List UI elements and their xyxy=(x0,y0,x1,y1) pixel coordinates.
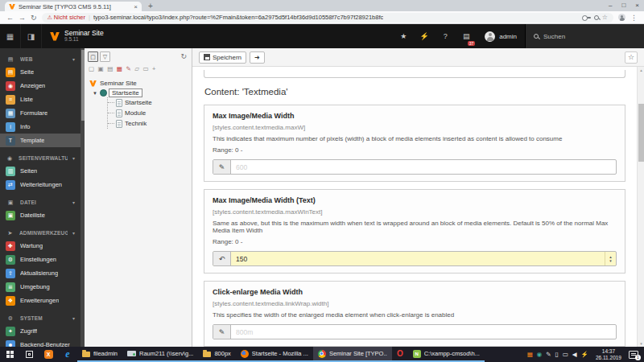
taskbar-window-button[interactable] xyxy=(392,347,408,362)
taskbar-window-button[interactable]: fileadmin xyxy=(77,347,122,362)
taskbar-window-button[interactable]: Raum211 (\\serv\g... xyxy=(122,347,198,362)
taskbar-window-button[interactable]: C:\xampp-cmsod\h... xyxy=(408,347,485,362)
constant-value-input[interactable] xyxy=(231,160,616,174)
module-menu-entry[interactable]: ▦ ▦ Formulare xyxy=(0,106,80,120)
section-collapse-icon[interactable]: ▾ xyxy=(72,155,75,161)
module-menu-entry[interactable]: ☻ ☻ Backend-Benutzer xyxy=(0,338,80,347)
task-view-button[interactable] xyxy=(19,347,39,362)
modulemenu-toggle-icon[interactable]: ▦ xyxy=(0,24,21,48)
module-menu-entry[interactable]: ✚ ✚ Wartung xyxy=(0,239,80,253)
module-menu-entry[interactable]: ⇧ ⇧ Aktualisierung xyxy=(0,266,80,280)
password-key-icon[interactable] xyxy=(585,17,591,19)
module-menu-entry[interactable]: ◉ ◉ Anzeigen xyxy=(0,79,80,93)
tree-child-node[interactable]: Technik xyxy=(108,118,188,129)
tree-child-node[interactable]: Startseite xyxy=(108,97,188,108)
number-spinner[interactable]: ▴▾ xyxy=(605,252,616,265)
xampp-pinned-button[interactable]: X xyxy=(39,347,58,362)
pagetree-toolbar-toggle[interactable]: ▢ xyxy=(88,51,98,62)
taskbar-window-button[interactable]: Seminar Site [TYPO... xyxy=(313,347,392,362)
new-spacer-icon[interactable]: ▦ xyxy=(117,65,122,72)
module-menu-entry[interactable]: ▥ ▥ Seiten xyxy=(0,164,80,178)
new-tab-button[interactable]: + xyxy=(148,2,153,11)
tree-parent-node[interactable]: ▼ Startseite xyxy=(93,89,188,97)
navigation-toggle-icon[interactable]: ◨ xyxy=(21,24,42,48)
scroll-down-icon[interactable]: ▾ xyxy=(638,341,644,346)
shortcut-star-button[interactable]: ☆ xyxy=(625,51,638,64)
taskbar-window-button[interactable]: 800px xyxy=(198,347,235,362)
help-icon[interactable]: ? xyxy=(435,24,456,48)
module-menu-entry[interactable]: ▤ ▤ Seite xyxy=(0,65,80,79)
bookmarks-icon[interactable]: ★ xyxy=(393,24,414,48)
content-scrollbar-thumb[interactable] xyxy=(638,104,644,162)
module-menu-entry[interactable]: ≣ ≣ Umgebung xyxy=(0,280,80,294)
modulemenu-scrollbar-thumb[interactable] xyxy=(81,50,85,121)
move-icon[interactable]: + xyxy=(152,65,155,72)
pagetree-refresh-icon[interactable]: ↻ xyxy=(180,52,188,60)
section-collapse-icon[interactable]: ▾ xyxy=(72,315,75,321)
module-menu-entry[interactable]: ▣ ▣ DATEI ▾ xyxy=(0,196,80,208)
module-menu-entry[interactable]: T T Template xyxy=(0,134,80,147)
pen-tray-icon[interactable]: ✎ xyxy=(546,352,551,358)
field-edit-toggle-button[interactable]: ✎ ↶ xyxy=(213,325,231,339)
section-collapse-icon[interactable]: ▾ xyxy=(72,200,75,205)
zoom-icon[interactable] xyxy=(594,15,599,20)
module-menu-entry[interactable]: ⚙ ⚙ SYSTEM ▾ xyxy=(0,312,80,324)
forward-button[interactable]: → xyxy=(19,14,26,22)
module-menu-entry[interactable]: i i Info xyxy=(0,120,80,134)
tree-root-node[interactable]: Seminar Site xyxy=(88,80,188,87)
close-document-button[interactable]: ➜ xyxy=(250,51,265,64)
topbar-search[interactable]: Suchen xyxy=(525,24,644,48)
tree-child-node[interactable]: Module xyxy=(108,108,188,118)
module-menu-entry[interactable]: ◉ ◉ SEITENVERWALTUNG ▾ xyxy=(0,152,80,164)
edge-pinned-button[interactable]: e xyxy=(58,347,77,362)
address-bar[interactable]: ⚠Nicht sicher | typo3-seminar.local/typo… xyxy=(42,13,613,23)
save-button[interactable]: Speichern xyxy=(199,51,246,64)
delete-icon[interactable]: ▭ xyxy=(142,65,148,72)
browser-menu-icon[interactable]: ⋮ xyxy=(630,14,638,22)
module-menu-entry[interactable]: ⇄ ⇄ Weiterleitungen xyxy=(0,178,80,191)
back-button[interactable]: ← xyxy=(6,14,14,22)
module-menu-entry[interactable]: ⚙ ⚙ Einstellungen xyxy=(0,253,80,266)
window-close-button[interactable]: × xyxy=(635,2,639,9)
typo3-brand[interactable]: Seminar Site 9.5.11 xyxy=(42,24,112,48)
tree-expand-icon[interactable]: ▼ xyxy=(93,91,97,96)
systeminfo-icon[interactable]: ▤37 xyxy=(456,24,477,48)
module-menu-entry[interactable]: ≡ ≡ Liste xyxy=(0,93,80,106)
new-shortcut-page-icon[interactable]: ▣ xyxy=(98,65,104,72)
content-scrollbar[interactable]: ▴ ▾ xyxy=(637,67,644,347)
constant-value-input[interactable] xyxy=(231,252,605,265)
reload-button[interactable]: ↻ xyxy=(31,14,37,22)
section-collapse-icon[interactable]: ▾ xyxy=(72,230,75,236)
window-minimize-button[interactable]: – xyxy=(609,2,612,9)
field-edit-toggle-button[interactable]: ✎ ↶ xyxy=(213,160,231,174)
security-indicator[interactable]: ⚠Nicht sicher xyxy=(47,14,85,21)
module-menu-entry[interactable]: ▤ ▤ WEB ▾ xyxy=(0,53,80,65)
bookmark-star-icon[interactable]: ☆ xyxy=(602,14,608,21)
edit-icon[interactable]: ✎ xyxy=(126,65,130,72)
xampp-tray-icon[interactable]: ▦ xyxy=(527,352,533,358)
new-folder-icon[interactable]: ▱ xyxy=(134,65,139,72)
module-menu-entry[interactable]: ❖ ❖ Erweiterungen xyxy=(0,294,80,307)
user-menu[interactable]: admin xyxy=(477,24,525,48)
new-page-icon[interactable]: ▢ xyxy=(89,65,94,72)
scroll-up-icon[interactable]: ▴ xyxy=(638,68,644,72)
module-menu-entry[interactable]: ➤ ➤ ADMINWERKZEUGE ▾ xyxy=(0,227,80,239)
tab-close-icon[interactable]: × xyxy=(134,3,138,10)
clear-cache-icon[interactable]: ⚡ xyxy=(414,24,435,48)
module-menu-entry[interactable]: ✦ ✦ Zugriff xyxy=(0,324,80,338)
browser-profile-avatar[interactable] xyxy=(618,14,625,21)
taskbar-clock[interactable]: 14:37 26.11.2019 xyxy=(592,348,625,361)
window-maximize-button[interactable]: □ xyxy=(621,2,625,9)
start-button[interactable] xyxy=(0,347,19,362)
browser-tab[interactable]: Seminar Site [TYPO3 CMS 9.5.11] × xyxy=(5,2,142,11)
constant-value-input[interactable] xyxy=(231,325,616,339)
taskbar-window-button[interactable]: Startseite - Mozilla ... xyxy=(236,347,313,362)
module-menu-entry[interactable]: ▣ ▣ Dateiliste xyxy=(0,208,80,222)
field-edit-toggle-button[interactable]: ✎ ↶ xyxy=(213,252,231,265)
action-center-button[interactable]: 1 xyxy=(629,351,638,359)
usb-tray-icon[interactable]: ⚡ xyxy=(581,352,588,358)
new-link-page-icon[interactable]: ▤ xyxy=(107,65,113,72)
volume-tray-icon[interactable]: ◀ xyxy=(572,352,577,358)
phone-tray-icon[interactable]: ▯ xyxy=(555,352,559,358)
display-tray-icon[interactable]: ▭ xyxy=(563,352,568,358)
